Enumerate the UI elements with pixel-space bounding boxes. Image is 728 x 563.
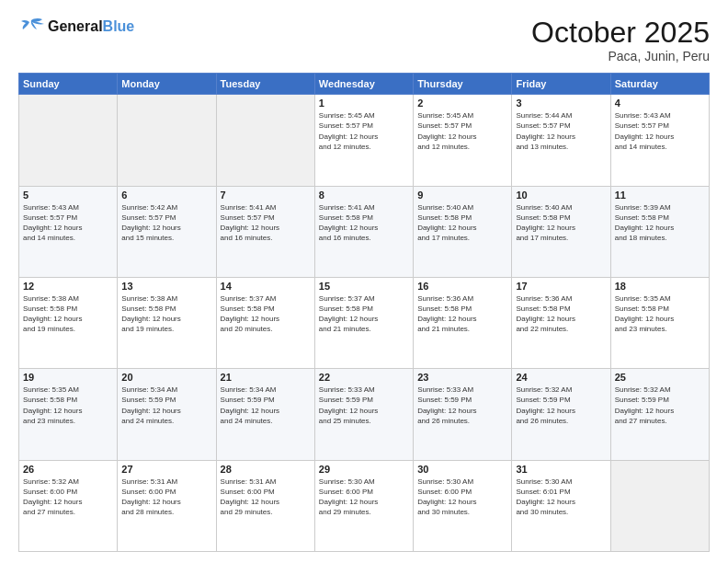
day-info: Sunrise: 5:42 AM Sunset: 5:57 PM Dayligh…: [121, 202, 211, 244]
logo: GeneralBlue: [18, 17, 134, 37]
calendar-day: 25Sunrise: 5:32 AM Sunset: 5:59 PM Dayli…: [610, 369, 709, 460]
calendar-day: 2Sunrise: 5:45 AM Sunset: 5:57 PM Daylig…: [414, 95, 512, 186]
calendar-week-1: 1Sunrise: 5:45 AM Sunset: 5:57 PM Daylig…: [19, 95, 710, 186]
calendar-week-3: 12Sunrise: 5:38 AM Sunset: 5:58 PM Dayli…: [19, 277, 710, 368]
day-info: Sunrise: 5:30 AM Sunset: 6:01 PM Dayligh…: [516, 477, 606, 518]
title-area: October 2025 Paca, Junin, Peru: [531, 17, 710, 63]
calendar-day: 27Sunrise: 5:31 AM Sunset: 6:00 PM Dayli…: [118, 460, 216, 551]
page: GeneralBlue October 2025 Paca, Junin, Pe…: [0, 0, 728, 563]
calendar-day: 20Sunrise: 5:34 AM Sunset: 5:59 PM Dayli…: [118, 369, 216, 460]
day-number: 26: [23, 464, 113, 475]
month-title: October 2025: [531, 17, 710, 49]
calendar-header-row: SundayMondayTuesdayWednesdayThursdayFrid…: [19, 74, 710, 95]
day-number: 13: [121, 281, 211, 292]
location: Paca, Junin, Peru: [531, 49, 710, 63]
calendar-day: 24Sunrise: 5:32 AM Sunset: 5:59 PM Dayli…: [512, 369, 610, 460]
calendar-day: 7Sunrise: 5:41 AM Sunset: 5:57 PM Daylig…: [216, 186, 314, 277]
calendar-day: 13Sunrise: 5:38 AM Sunset: 5:58 PM Dayli…: [118, 277, 216, 368]
calendar-day: 16Sunrise: 5:36 AM Sunset: 5:58 PM Dayli…: [414, 277, 512, 368]
day-number: 17: [516, 281, 606, 292]
calendar-day: 6Sunrise: 5:42 AM Sunset: 5:57 PM Daylig…: [118, 186, 216, 277]
calendar-day: 19Sunrise: 5:35 AM Sunset: 5:58 PM Dayli…: [19, 369, 118, 460]
calendar-day: 22Sunrise: 5:33 AM Sunset: 5:59 PM Dayli…: [314, 369, 413, 460]
day-number: 30: [417, 464, 507, 475]
calendar: SundayMondayTuesdayWednesdayThursdayFrid…: [18, 73, 710, 552]
day-number: 20: [121, 372, 211, 383]
calendar-day: 30Sunrise: 5:30 AM Sunset: 6:00 PM Dayli…: [414, 460, 512, 551]
day-number: 11: [615, 190, 705, 201]
calendar-day: 21Sunrise: 5:34 AM Sunset: 5:59 PM Dayli…: [216, 369, 314, 460]
calendar-day: 3Sunrise: 5:44 AM Sunset: 5:57 PM Daylig…: [512, 95, 610, 186]
header: GeneralBlue October 2025 Paca, Junin, Pe…: [18, 17, 710, 63]
day-number: 14: [221, 281, 311, 292]
day-info: Sunrise: 5:45 AM Sunset: 5:57 PM Dayligh…: [417, 110, 507, 152]
day-number: 18: [615, 281, 705, 292]
calendar-week-2: 5Sunrise: 5:43 AM Sunset: 5:57 PM Daylig…: [19, 186, 710, 277]
day-number: 3: [516, 98, 606, 109]
calendar-day: 18Sunrise: 5:35 AM Sunset: 5:58 PM Dayli…: [610, 277, 709, 368]
calendar-header-tuesday: Tuesday: [216, 74, 314, 95]
calendar-day: 23Sunrise: 5:33 AM Sunset: 5:59 PM Dayli…: [414, 369, 512, 460]
day-info: Sunrise: 5:32 AM Sunset: 6:00 PM Dayligh…: [23, 477, 113, 518]
day-number: 7: [221, 190, 311, 201]
day-info: Sunrise: 5:40 AM Sunset: 5:58 PM Dayligh…: [516, 202, 606, 244]
day-info: Sunrise: 5:32 AM Sunset: 5:59 PM Dayligh…: [516, 385, 606, 426]
day-number: 5: [23, 190, 113, 201]
day-number: 10: [516, 190, 606, 201]
day-info: Sunrise: 5:33 AM Sunset: 5:59 PM Dayligh…: [319, 385, 409, 426]
day-info: Sunrise: 5:43 AM Sunset: 5:57 PM Dayligh…: [615, 110, 705, 152]
calendar-day: 26Sunrise: 5:32 AM Sunset: 6:00 PM Dayli…: [19, 460, 118, 551]
day-number: 2: [417, 98, 507, 109]
calendar-day: [118, 95, 216, 186]
day-info: Sunrise: 5:38 AM Sunset: 5:58 PM Dayligh…: [23, 293, 113, 335]
day-number: 8: [319, 190, 409, 201]
day-number: 4: [615, 98, 705, 109]
day-number: 21: [221, 372, 311, 383]
day-number: 27: [121, 464, 211, 475]
day-info: Sunrise: 5:45 AM Sunset: 5:57 PM Dayligh…: [319, 110, 409, 152]
day-info: Sunrise: 5:41 AM Sunset: 5:58 PM Dayligh…: [319, 202, 409, 244]
day-info: Sunrise: 5:30 AM Sunset: 6:00 PM Dayligh…: [417, 477, 507, 518]
day-info: Sunrise: 5:37 AM Sunset: 5:58 PM Dayligh…: [221, 293, 311, 335]
day-info: Sunrise: 5:34 AM Sunset: 5:59 PM Dayligh…: [221, 385, 311, 426]
day-info: Sunrise: 5:30 AM Sunset: 6:00 PM Dayligh…: [319, 477, 409, 518]
day-info: Sunrise: 5:36 AM Sunset: 5:58 PM Dayligh…: [516, 293, 606, 335]
calendar-day: 5Sunrise: 5:43 AM Sunset: 5:57 PM Daylig…: [19, 186, 118, 277]
day-info: Sunrise: 5:36 AM Sunset: 5:58 PM Dayligh…: [417, 293, 507, 335]
day-info: Sunrise: 5:35 AM Sunset: 5:58 PM Dayligh…: [23, 385, 113, 426]
calendar-week-5: 26Sunrise: 5:32 AM Sunset: 6:00 PM Dayli…: [19, 460, 710, 551]
day-info: Sunrise: 5:34 AM Sunset: 5:59 PM Dayligh…: [121, 385, 211, 426]
calendar-day: 14Sunrise: 5:37 AM Sunset: 5:58 PM Dayli…: [216, 277, 314, 368]
calendar-header-friday: Friday: [512, 74, 610, 95]
day-info: Sunrise: 5:44 AM Sunset: 5:57 PM Dayligh…: [516, 110, 606, 152]
day-info: Sunrise: 5:33 AM Sunset: 5:59 PM Dayligh…: [417, 385, 507, 426]
calendar-day: 9Sunrise: 5:40 AM Sunset: 5:58 PM Daylig…: [414, 186, 512, 277]
day-number: 16: [417, 281, 507, 292]
day-number: 24: [516, 372, 606, 383]
calendar-day: 1Sunrise: 5:45 AM Sunset: 5:57 PM Daylig…: [314, 95, 413, 186]
calendar-day: 17Sunrise: 5:36 AM Sunset: 5:58 PM Dayli…: [512, 277, 610, 368]
calendar-day: 15Sunrise: 5:37 AM Sunset: 5:58 PM Dayli…: [314, 277, 413, 368]
day-number: 25: [615, 372, 705, 383]
logo-bird-icon: [18, 17, 44, 37]
day-info: Sunrise: 5:43 AM Sunset: 5:57 PM Dayligh…: [23, 202, 113, 244]
calendar-day: 31Sunrise: 5:30 AM Sunset: 6:01 PM Dayli…: [512, 460, 610, 551]
day-number: 6: [121, 190, 211, 201]
calendar-day: 8Sunrise: 5:41 AM Sunset: 5:58 PM Daylig…: [314, 186, 413, 277]
day-number: 19: [23, 372, 113, 383]
calendar-day: [610, 460, 709, 551]
day-info: Sunrise: 5:31 AM Sunset: 6:00 PM Dayligh…: [121, 477, 211, 518]
day-number: 15: [319, 281, 409, 292]
day-number: 28: [221, 464, 311, 475]
day-number: 1: [319, 98, 409, 109]
day-info: Sunrise: 5:37 AM Sunset: 5:58 PM Dayligh…: [319, 293, 409, 335]
day-info: Sunrise: 5:35 AM Sunset: 5:58 PM Dayligh…: [615, 293, 705, 335]
calendar-day: [216, 95, 314, 186]
calendar-day: 12Sunrise: 5:38 AM Sunset: 5:58 PM Dayli…: [19, 277, 118, 368]
calendar-header-thursday: Thursday: [414, 74, 512, 95]
day-number: 9: [417, 190, 507, 201]
logo-text: GeneralBlue: [48, 18, 134, 35]
day-info: Sunrise: 5:41 AM Sunset: 5:57 PM Dayligh…: [221, 202, 311, 244]
day-number: 31: [516, 464, 606, 475]
day-info: Sunrise: 5:39 AM Sunset: 5:58 PM Dayligh…: [615, 202, 705, 244]
